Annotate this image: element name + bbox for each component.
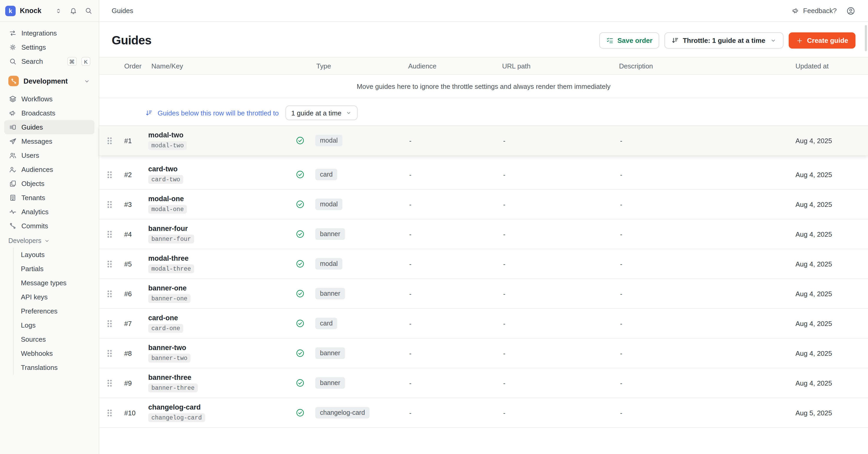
header-actions: Save order Throttle: 1 guide at a time C… bbox=[599, 32, 856, 49]
sidebar-item-integrations[interactable]: Integrations bbox=[4, 26, 94, 40]
drag-handle-icon[interactable] bbox=[107, 290, 115, 297]
name-key-cell: modal-threemodal-three bbox=[148, 254, 296, 273]
order-cell: #4 bbox=[121, 230, 148, 238]
table-row[interactable]: #1 modal-twomodal-two modal - - - Aug 4,… bbox=[99, 126, 868, 156]
sidebar-item-api-keys[interactable]: API keys bbox=[17, 290, 94, 304]
developers-section-toggle[interactable]: Developers bbox=[4, 234, 94, 248]
name-key-cell: card-onecard-one bbox=[148, 314, 296, 333]
drag-handle-icon[interactable] bbox=[107, 201, 115, 208]
guide-name: modal-two bbox=[148, 131, 183, 139]
sidebar-item-objects[interactable]: Objects bbox=[4, 177, 94, 191]
sidebar-item-guides[interactable]: Guides bbox=[4, 120, 94, 134]
type-cell: banner bbox=[313, 228, 401, 240]
drag-handle-icon[interactable] bbox=[107, 171, 115, 178]
table-row[interactable]: #6 banner-onebanner-one banner - - - Aug… bbox=[99, 279, 868, 309]
throttle-count-select[interactable]: 1 guide at a time bbox=[285, 106, 358, 120]
drag-handle-icon[interactable] bbox=[107, 137, 115, 144]
save-order-button[interactable]: Save order bbox=[599, 32, 659, 49]
sidebar-item-label: Broadcasts bbox=[22, 109, 55, 117]
sidebar-item-message-types[interactable]: Message types bbox=[17, 276, 94, 290]
sidebar-item-logs[interactable]: Logs bbox=[17, 318, 94, 332]
gear-icon bbox=[8, 44, 17, 51]
guide-name: banner-three bbox=[148, 373, 191, 381]
unthrottled-dropzone[interactable]: Move guides here to ignore the throttle … bbox=[99, 75, 868, 98]
order-cell: #1 bbox=[121, 137, 148, 144]
drag-handle-icon[interactable] bbox=[107, 350, 115, 357]
description-cell: - bbox=[612, 319, 789, 327]
feedback-button[interactable]: Feedback? bbox=[792, 7, 837, 15]
order-cell: #3 bbox=[121, 200, 148, 208]
sidebar-item-translations[interactable]: Translations bbox=[17, 361, 94, 375]
table-row[interactable]: #8 banner-twobanner-two banner - - - Aug… bbox=[99, 339, 868, 368]
sidebar-item-analytics[interactable]: Analytics bbox=[4, 205, 94, 219]
status-active-icon bbox=[296, 259, 313, 268]
scrollbar-thumb[interactable] bbox=[865, 25, 867, 51]
type-badge: banner bbox=[315, 347, 345, 359]
audience-cell: - bbox=[401, 349, 495, 357]
drag-handle-icon[interactable] bbox=[107, 379, 115, 386]
table-row[interactable]: #10 changelog-cardchangelog-card changel… bbox=[99, 398, 868, 428]
audience-cell: - bbox=[401, 260, 495, 268]
drag-handle-icon[interactable] bbox=[107, 231, 115, 237]
audience-cell: - bbox=[401, 290, 495, 297]
sidebar-item-commits[interactable]: Commits bbox=[4, 219, 94, 233]
building-icon bbox=[8, 194, 17, 202]
sidebar-item-search[interactable]: Search ⌘ K bbox=[4, 54, 94, 68]
account-menu-button[interactable] bbox=[846, 6, 856, 16]
type-cell: banner bbox=[313, 347, 401, 359]
sidebar-item-preferences[interactable]: Preferences bbox=[17, 304, 94, 318]
type-cell: banner bbox=[313, 377, 401, 389]
audience-cell: - bbox=[401, 137, 495, 144]
guide-name: card-two bbox=[148, 165, 178, 173]
description-cell: - bbox=[612, 200, 789, 208]
sidebar-item-broadcasts[interactable]: Broadcasts bbox=[4, 106, 94, 120]
throttle-dropdown-button[interactable]: Throttle: 1 guide at a time bbox=[664, 32, 783, 49]
sidebar-item-layouts[interactable]: Layouts bbox=[17, 248, 94, 262]
sidebar-item-webhooks[interactable]: Webhooks bbox=[17, 346, 94, 361]
drag-handle-icon[interactable] bbox=[107, 409, 115, 416]
search-icon bbox=[85, 7, 92, 15]
sidebar-item-audiences[interactable]: Audiences bbox=[4, 163, 94, 177]
throttle-divider-link[interactable]: Guides below this row will be throttled … bbox=[158, 109, 279, 117]
guide-key-badge: card-one bbox=[148, 324, 183, 333]
sidebar-item-messages[interactable]: Messages bbox=[4, 134, 94, 148]
create-guide-button[interactable]: Create guide bbox=[789, 32, 856, 49]
guide-key-badge: modal-three bbox=[148, 264, 194, 273]
notifications-button[interactable] bbox=[69, 7, 77, 15]
sidebar-item-workflows[interactable]: Workflows bbox=[4, 92, 94, 106]
type-cell: card bbox=[313, 169, 401, 180]
table-row[interactable]: #9 banner-threebanner-three banner - - -… bbox=[99, 368, 868, 398]
audience-cell: - bbox=[401, 319, 495, 327]
order-cell: #5 bbox=[121, 260, 148, 268]
throttle-label: Throttle: 1 guide at a time bbox=[683, 36, 765, 45]
sidebar-item-users[interactable]: Users bbox=[4, 148, 94, 163]
sidebar-item-label: Logs bbox=[21, 321, 35, 329]
type-badge: card bbox=[315, 169, 337, 180]
sidebar-item-tenants[interactable]: Tenants bbox=[4, 191, 94, 205]
drag-handle-icon[interactable] bbox=[107, 260, 115, 267]
chevron-down-icon bbox=[84, 78, 90, 84]
git-branch-icon bbox=[8, 222, 17, 230]
guide-key-badge: modal-one bbox=[148, 205, 187, 214]
plus-icon bbox=[796, 37, 804, 44]
name-key-cell: banner-fourbanner-four bbox=[148, 225, 296, 244]
table-row[interactable]: #2 card-twocard-two card - - - Aug 4, 20… bbox=[99, 160, 868, 190]
table-row[interactable]: #5 modal-threemodal-three modal - - - Au… bbox=[99, 249, 868, 279]
sidebar-item-partials[interactable]: Partials bbox=[17, 262, 94, 276]
table-row[interactable]: #7 card-onecard-one card - - - Aug 4, 20… bbox=[99, 309, 868, 339]
drag-handle-icon[interactable] bbox=[107, 320, 115, 327]
workspace-selector[interactable]: Development bbox=[4, 73, 94, 89]
status-active-icon bbox=[296, 378, 313, 388]
type-cell: modal bbox=[313, 135, 401, 146]
throttle-count-value: 1 guide at a time bbox=[291, 109, 341, 117]
sort-descending-icon bbox=[671, 36, 679, 45]
sidebar-item-sources[interactable]: Sources bbox=[17, 332, 94, 346]
shortcut-k-key: K bbox=[82, 57, 90, 66]
knock-logo: k bbox=[5, 5, 16, 16]
table-row[interactable]: #4 banner-fourbanner-four banner - - - A… bbox=[99, 220, 868, 249]
search-button[interactable] bbox=[85, 7, 92, 15]
table-row[interactable]: #3 modal-onemodal-one modal - - - Aug 4,… bbox=[99, 190, 868, 220]
guide-name: card-one bbox=[148, 314, 178, 322]
sidebar-item-settings[interactable]: Settings bbox=[4, 40, 94, 54]
workspace-switcher-button[interactable] bbox=[55, 7, 62, 15]
